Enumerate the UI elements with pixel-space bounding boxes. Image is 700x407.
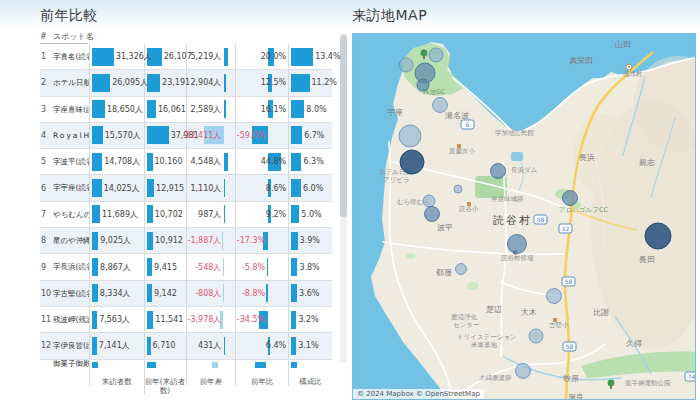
table-row[interactable]: 1字喜名(読谷村)31,326人26,1075,219人20.0%13.4% xyxy=(40,44,332,70)
visit-bubble[interactable] xyxy=(433,98,448,113)
spot-name: 星のや沖縄 xyxy=(53,228,89,253)
visitors-value: 18,650人 xyxy=(107,104,143,115)
prev-cell: 16,061 xyxy=(144,97,186,122)
visitors-cell: 8,334人 xyxy=(89,281,144,306)
visit-bubble[interactable] xyxy=(429,48,443,62)
prev-cell: 11,541 xyxy=(144,307,186,332)
spot-name: 御菓子御殿読谷本 xyxy=(53,360,89,368)
visit-bubble[interactable] xyxy=(547,289,562,304)
share-bar xyxy=(291,100,304,118)
visit-bubble[interactable] xyxy=(423,195,435,207)
share-value: 6.3% xyxy=(303,157,323,166)
spot-name: 字古堅(読谷村) xyxy=(53,281,89,306)
route-shield-number: 6 xyxy=(466,121,470,128)
prev-cell: 6,710 xyxy=(144,333,186,358)
visitors-value: 14,025人 xyxy=(104,183,140,194)
fragment-cell xyxy=(235,360,288,368)
table-row[interactable]: 12字伊良皆(読谷村)7,141人6,710431人6.4%3.1% xyxy=(40,333,332,359)
table-row[interactable]: 9字長浜(読谷村)8,867人9,415-548人-5.8%3.8% xyxy=(40,254,332,280)
diff-value: 2,904人 xyxy=(190,77,221,88)
visitors-cell: 8,867人 xyxy=(89,254,144,279)
visitors-bar xyxy=(92,311,97,329)
yoy-value: 6.4% xyxy=(266,341,286,350)
table-row[interactable]: 2ホテル日航アリビ26,095人23,1912,904人12.5%11.2% xyxy=(40,70,332,96)
visit-bubble[interactable] xyxy=(400,150,424,174)
visit-bubble[interactable] xyxy=(417,79,429,91)
share-value: 3.2% xyxy=(298,315,318,324)
yoy-value: -17.3% xyxy=(237,236,265,245)
table-row[interactable]: 4RoyalHotel 沖..15,570人37,981-22,411人-59.… xyxy=(40,123,332,149)
table-row[interactable]: 5字波平(読谷村)14,708人10,1604,548人44.8%6.3% xyxy=(40,149,332,175)
scrollbar-thumb[interactable] xyxy=(340,35,347,217)
prev-value: 23,191 xyxy=(162,78,190,87)
yoy-cell: 8.6% xyxy=(235,175,288,200)
visit-bubble[interactable] xyxy=(456,264,467,275)
footer-col-label: 構成比 xyxy=(288,368,332,386)
prev-bar xyxy=(147,311,154,329)
map-label: 屋良 xyxy=(568,393,584,399)
share-cell: 3.1% xyxy=(288,333,332,358)
map-label: 楚辺 xyxy=(486,305,502,314)
visit-bubble[interactable] xyxy=(508,235,527,254)
table-header: #スポット名 xyxy=(40,30,88,44)
spot-name: 字長浜(読谷村) xyxy=(53,254,89,279)
visitors-value: 9,025人 xyxy=(100,235,131,246)
visitors-bar xyxy=(92,205,100,223)
route-shield-number: 58 xyxy=(537,216,545,223)
visit-bubble[interactable] xyxy=(563,191,578,206)
map-label: 読谷村役場 xyxy=(501,254,534,262)
share-bar xyxy=(291,179,301,197)
yoy-cell: 6.4% xyxy=(235,333,288,358)
map-label: 久得 xyxy=(626,339,642,348)
yoy-comparison-table: #スポット名 1字喜名(読谷村)31,326人26,1075,219人20.0%… xyxy=(40,30,332,395)
visitors-value: 14,708人 xyxy=(104,156,140,167)
map-label: 宇座 xyxy=(387,108,403,117)
diff-value: -3,978人 xyxy=(188,314,222,325)
diff-cell: -1,887人 xyxy=(186,228,236,253)
table-row[interactable]: 8星のや沖縄9,025人10,912-1,887人-17.3%3.9% xyxy=(40,228,332,254)
share-bar xyxy=(291,284,297,302)
visitors-cell: 15,570人 xyxy=(89,123,144,148)
prev-bar xyxy=(147,284,152,302)
spot-name: 字喜名(読谷村) xyxy=(53,44,89,69)
visit-bubble[interactable] xyxy=(399,125,421,147)
prev-bar xyxy=(147,100,156,118)
visit-bubble[interactable] xyxy=(491,164,506,179)
share-bar xyxy=(291,205,299,223)
diff-bar xyxy=(224,179,225,197)
table-row[interactable]: 6字宇座(読谷村)14,025人12,9151,110人8.6%6.0% xyxy=(40,175,332,201)
yoy-value: 8.6% xyxy=(266,184,286,193)
visit-bubble[interactable] xyxy=(645,223,671,249)
share-cell: 3.8% xyxy=(288,254,332,279)
diff-cell: 2,589人 xyxy=(186,97,236,122)
row-number: 4 xyxy=(40,123,53,148)
table-row[interactable]: 11残波岬(残波岬公園)7,563人11,541-3,978人-34.5%3.2… xyxy=(40,307,332,333)
table-row-partial[interactable]: 御菓子御殿読谷本 xyxy=(40,360,332,368)
row-number: 8 xyxy=(40,228,53,253)
diff-cell: 5,219人 xyxy=(186,44,236,69)
visit-bubble[interactable] xyxy=(529,329,543,343)
yoy-cell: 20.0% xyxy=(235,44,288,69)
share-bar xyxy=(291,48,313,66)
row-number: 9 xyxy=(40,254,53,279)
visit-map[interactable]: 山田真栄田琉球村宇座瀬名波残波GC宇加地公民館渡慶次小長浜ダム長浜親志ホテル日航… xyxy=(352,33,696,400)
diff-bar xyxy=(224,74,227,92)
yoy-bar xyxy=(267,258,269,276)
table-row[interactable]: 10字古堅(読谷村)8,334人9,142-808人-8.8%3.6% xyxy=(40,281,332,307)
spot-name: 残波岬(残波岬公園) xyxy=(53,307,89,332)
visitors-bar xyxy=(92,126,103,144)
prev-value: 10,702 xyxy=(155,210,183,219)
visit-bubble[interactable] xyxy=(454,185,462,193)
table-row[interactable]: 7やちむんの里11,689人10,702987人9.2%5.0% xyxy=(40,202,332,228)
visit-bubble[interactable] xyxy=(516,364,531,379)
table-row[interactable]: 3字座喜味(読谷村)18,650人16,0612,589人16.1%8.0% xyxy=(40,97,332,123)
row-number: 12 xyxy=(40,333,53,358)
diff-value: -548人 xyxy=(195,262,221,273)
table-scrollbar[interactable] xyxy=(340,33,347,363)
map-label: 楚辺浄化 xyxy=(451,313,478,321)
yoy-value: 16.1% xyxy=(261,105,286,114)
visit-bubble[interactable] xyxy=(425,207,440,222)
visitors-bar xyxy=(92,284,98,302)
visit-bubble[interactable] xyxy=(399,58,413,72)
map-label: 長田 xyxy=(638,255,655,264)
